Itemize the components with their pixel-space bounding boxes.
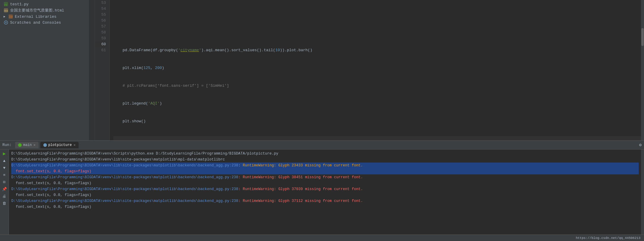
line-num-57: 57 [95, 24, 107, 30]
sidebar-item-scratches-label: Scratches and Consoles [10, 20, 61, 25]
svg-text:py: py [4, 3, 7, 6]
console-line-1: D:\StudyLearningFile\Programming\BIGDATA… [11, 151, 639, 157]
console-line-6: font.set_text(s, 0.0, flags=flags) [11, 180, 639, 186]
tree-arrow-icon: ▶ [4, 15, 7, 18]
scroll-down-button[interactable]: ▼ [1, 165, 7, 171]
align-button[interactable]: ≡ [1, 172, 7, 178]
gutter-area [89, 0, 95, 140]
code-line-58: plt.legend('AQI') [113, 101, 641, 107]
code-content[interactable]: pd.DataFrame(df.groupby('cityname').aqi.… [110, 0, 641, 140]
sidebar-item-external-libraries[interactable]: ▶ lib External Libraries [0, 14, 89, 20]
tab-plotpicture-label: plotpicture [48, 143, 72, 147]
plotpicture-tab-icon [43, 143, 47, 147]
console-line-5: D:\StudyLearningFile\Programming\BIGDATA… [11, 174, 639, 180]
sidebar-item-test1[interactable]: py test1.py [0, 1, 89, 7]
tab-plotpicture[interactable]: plotpicture ✕ [40, 142, 79, 148]
code-line-59: plt.show() [113, 118, 641, 124]
sidebar: py test1.py html 全国主要城市空气质量图.html ▶ lib [0, 0, 89, 140]
sidebar-item-html[interactable]: html 全国主要城市空气质量图.html [0, 7, 89, 14]
error-path-2[interactable]: D:\StudyLearningFile\Programming\BIGDATA… [11, 175, 238, 179]
console-line-8: font.set_text(s, 0.0, flags=flags) [11, 192, 639, 198]
run-label: Run: [2, 143, 12, 147]
console-content-area: ▶ ▲ ▼ ≡ ⊟ 📌 🖨 🗑 D:\StudyLearningFile\Pro… [0, 150, 644, 234]
console-output: D:\StudyLearningFile\Programming\BIGDATA… [9, 150, 641, 234]
line-num-53: 53 [95, 0, 107, 6]
sidebar-item-ext-label: External Libraries [15, 15, 56, 19]
tab-main-label: main [23, 143, 32, 147]
run-toolbar: Run: main ✕ plotpicture ✕ ⚙ [0, 141, 644, 150]
svg-text:html: html [4, 10, 8, 12]
status-bar: https://blog.csdn.net/qq_44506213 [0, 234, 644, 241]
console-line-7: D:\StudyLearningFile\Programming\BIGDATA… [11, 186, 639, 192]
tab-main-close[interactable]: ✕ [34, 143, 36, 147]
main-area: py test1.py html 全国主要城市空气质量图.html ▶ lib [0, 0, 644, 140]
run-controls: ▶ ▲ ▼ ≡ ⊟ 📌 🖨 🗑 [0, 150, 9, 234]
scroll-up-button[interactable]: ▲ [1, 158, 7, 164]
run-button[interactable]: ▶ [1, 151, 7, 157]
error-path-3[interactable]: D:\StudyLearningFile\Programming\BIGDATA… [11, 187, 238, 191]
line-num-59: 59 [95, 36, 107, 41]
python-file-icon: py [4, 2, 8, 7]
tab-main[interactable]: main ✕ [15, 142, 38, 148]
code-line-57: # plt.rcParams['font.sans-serif'] = ['Si… [113, 83, 641, 89]
console-line-10: font.set_text(s, 0.0, flags=flags) [11, 204, 639, 210]
console-line-2: D:\StudyLearningFile\Programming\BIGDATA… [11, 157, 639, 163]
console-line-9: D:\StudyLearningFile\Programming\BIGDATA… [11, 198, 639, 204]
gear-icon[interactable]: ⚙ [639, 142, 642, 147]
line-num-61: 61 [95, 47, 107, 53]
line-num-58: 58 [95, 30, 107, 36]
line-num-60: 60 [95, 41, 107, 47]
print-button[interactable]: 🖨 [1, 193, 7, 199]
html-file-icon: html [4, 8, 8, 13]
code-line-54 [113, 30, 641, 36]
code-line-60 [113, 136, 641, 140]
line-num-56: 56 [95, 18, 107, 24]
tab-plotpicture-close[interactable]: ✕ [74, 143, 76, 147]
error-path-4[interactable]: D:\StudyLearningFile\Programming\BIGDATA… [11, 199, 238, 203]
editor-area: 53 54 55 56 57 58 59 60 61 pd.DataFrame(… [89, 0, 644, 140]
ext-lib-icon: lib [8, 14, 13, 19]
sidebar-item-html-label: 全国主要城市空气质量图.html [10, 8, 64, 13]
code-line-53 [113, 12, 641, 18]
console-line-4: font.set_text(s, 0.0, flags=flags) [11, 168, 639, 174]
vertical-scrollbar[interactable] [641, 0, 644, 140]
status-url: https://blog.csdn.net/qq_44506213 [576, 236, 640, 240]
pin-button[interactable]: 📌 [1, 186, 7, 192]
scratch-icon [4, 20, 8, 25]
bottom-panel: Run: main ✕ plotpicture ✕ ⚙ ▶ ▲ ▼ ≡ ⊟ 📌 … [0, 140, 644, 241]
sidebar-item-test1-label: test1.py [10, 2, 28, 7]
line-numbers: 53 54 55 56 57 58 59 60 61 [95, 0, 110, 140]
scroll-thumb[interactable] [641, 28, 644, 46]
code-line-56: plt.xlim(125, 200) [113, 65, 641, 71]
line-num-55: 55 [95, 12, 107, 18]
console-line-3: D:\StudyLearningFile\Programming\BIGDATA… [11, 163, 639, 168]
delete-button[interactable]: 🗑 [1, 200, 7, 206]
error-path-1[interactable]: D:\StudyLearningFile\Programming\BIGDATA… [11, 163, 238, 168]
right-scrollbar[interactable] [641, 150, 644, 234]
code-line-55: pd.DataFrame(df.groupby('cityname').aqi.… [113, 47, 641, 53]
filter-button[interactable]: ⊟ [1, 179, 7, 185]
svg-text:lib: lib [9, 15, 13, 18]
main-tab-icon [18, 143, 22, 147]
sidebar-item-scratches[interactable]: Scratches and Consoles [0, 20, 89, 25]
line-num-54: 54 [95, 6, 107, 12]
